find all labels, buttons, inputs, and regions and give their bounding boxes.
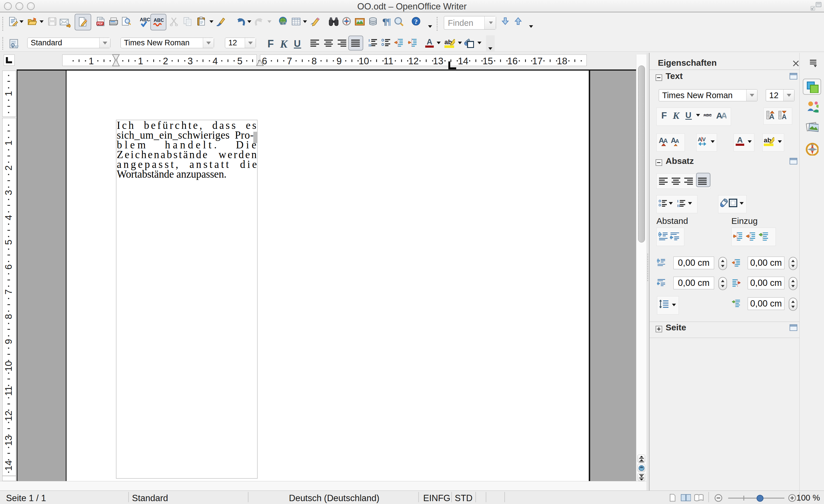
svg-text:A: A [663,137,667,144]
svg-text:A: A [737,136,743,144]
svg-text:A: A [721,111,726,120]
svg-text:A: A [782,113,787,120]
svg-text:A: A [427,37,432,46]
svg-text:I: I [369,38,370,42]
svg-text:F: F [268,38,274,49]
svg-text:K: K [673,110,680,121]
svg-text:ABC: ABC [153,17,164,23]
svg-text:N: N [811,143,813,147]
svg-text:¶: ¶ [386,17,391,27]
svg-text:A: A [769,112,775,120]
svg-text:ABC: ABC [140,17,150,22]
svg-text:PDF: PDF [97,22,103,25]
svg-text:U: U [686,110,692,120]
svg-text:V: V [702,136,706,142]
svg-text:?: ? [414,18,418,25]
svg-text:II: II [677,204,680,208]
svg-text:II: II [369,43,371,47]
svg-text:A: A [676,138,679,144]
svg-text:I: I [677,199,679,203]
svg-text:F: F [661,110,667,120]
svg-text:A: A [698,136,702,142]
svg-text:U: U [294,38,301,49]
svg-text:K: K [280,38,288,49]
